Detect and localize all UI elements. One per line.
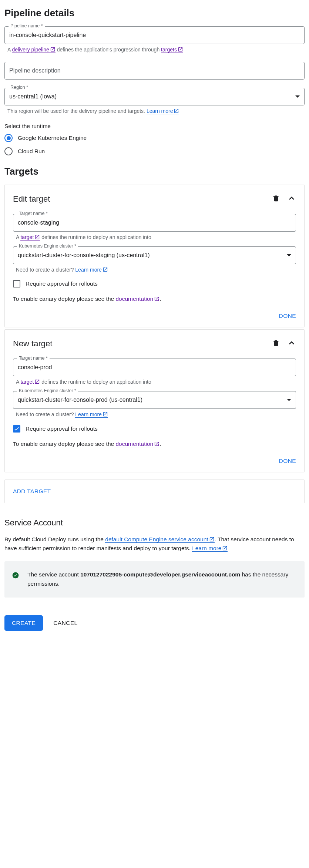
service-account-info-panel: The service account 1070127022905-comput…: [4, 561, 305, 598]
check-circle-icon: [12, 572, 19, 579]
trash-icon: [272, 339, 280, 347]
target-card: New target Target name * A target define…: [4, 329, 305, 472]
service-account-email: 1070127022905-compute@developer.gservice…: [80, 571, 240, 578]
delete-target-button[interactable]: [272, 339, 280, 348]
runtime-option-cloud-run[interactable]: Cloud Run: [4, 147, 305, 155]
check-icon: [14, 426, 20, 432]
targets-link[interactable]: targets: [161, 47, 183, 53]
pipeline-description-field[interactable]: Pipeline description: [4, 62, 305, 80]
chevron-up-icon: [287, 339, 296, 347]
trash-icon: [272, 195, 280, 202]
external-link-icon: [178, 47, 183, 52]
runtime-option-gke[interactable]: Google Kubernetes Engine: [4, 134, 305, 142]
external-link-icon: [103, 411, 108, 417]
collapse-target-button[interactable]: [287, 194, 296, 204]
dropdown-arrow-icon: [287, 399, 291, 401]
target-card: Edit target Target name * A target defin…: [4, 185, 305, 327]
region-learn-more-link[interactable]: Learn more: [147, 108, 179, 114]
cluster-learn-more-link[interactable]: Learn more: [75, 411, 108, 418]
external-link-icon: [103, 267, 108, 272]
delivery-pipeline-link[interactable]: delivery pipeline: [12, 47, 55, 53]
runtime-gke-label: Google Kubernetes Engine: [18, 135, 87, 141]
radio-checked-icon: [4, 134, 13, 142]
canary-text: To enable canary deploy please see the d…: [13, 441, 296, 447]
collapse-target-button[interactable]: [287, 339, 296, 349]
radio-unchecked-icon: [4, 147, 13, 155]
service-account-learn-more-link[interactable]: Learn more: [192, 545, 228, 552]
external-link-icon: [154, 441, 159, 447]
cluster-field[interactable]: Kubernetes Engine cluster * quickstart-c…: [13, 246, 296, 264]
external-link-icon: [222, 545, 228, 551]
target-name-label: Target name *: [17, 356, 50, 361]
target-link[interactable]: target: [20, 234, 40, 240]
canary-text: To enable canary deploy please see the d…: [13, 296, 296, 302]
cluster-label: Kubernetes Engine cluster *: [17, 243, 78, 249]
cluster-value: quickstart-cluster-for-console-prod (us-…: [18, 397, 142, 403]
target-name-input[interactable]: [18, 219, 291, 226]
pipeline-name-field[interactable]: Pipeline name *: [4, 26, 305, 44]
cluster-helper: Need to create a cluster? Learn more: [16, 266, 296, 274]
external-link-icon: [50, 47, 56, 52]
checkbox-unchecked-icon: [13, 280, 20, 287]
target-link[interactable]: target: [20, 379, 40, 385]
pipeline-name-helper: A delivery pipeline defines the applicat…: [7, 46, 305, 54]
target-card-title: New target: [13, 339, 265, 349]
targets-title: Targets: [4, 166, 305, 177]
target-name-input[interactable]: [18, 364, 291, 371]
service-account-title: Service Account: [4, 518, 305, 528]
default-service-account-link[interactable]: default Compute Engine service account: [105, 536, 214, 543]
done-button[interactable]: DONE: [279, 458, 296, 464]
target-card-title: Edit target: [13, 194, 265, 204]
add-target-button[interactable]: ADD TARGET: [13, 488, 51, 494]
external-link-icon: [34, 379, 40, 384]
pipeline-details-title: Pipeline details: [4, 7, 305, 19]
approval-label: Require approval for rollouts: [26, 280, 98, 287]
create-button[interactable]: CREATE: [4, 615, 43, 631]
cluster-helper: Need to create a cluster? Learn more: [16, 411, 296, 418]
add-target-card: ADD TARGET: [4, 480, 305, 503]
dropdown-arrow-icon: [287, 254, 291, 256]
canary-documentation-link[interactable]: documentation: [115, 296, 159, 302]
cluster-field[interactable]: Kubernetes Engine cluster * quickstart-c…: [13, 391, 296, 409]
external-link-icon: [174, 108, 179, 114]
external-link-icon: [154, 296, 159, 302]
target-name-field[interactable]: Target name *: [13, 214, 296, 232]
external-link-icon: [209, 536, 215, 542]
service-account-body: By default Cloud Deploy runs using the d…: [4, 535, 305, 554]
checkbox-checked-icon: [13, 425, 20, 433]
cluster-label: Kubernetes Engine cluster *: [17, 388, 78, 393]
cluster-value: quickstart-cluster-for-console-staging (…: [18, 252, 150, 259]
region-helper: This region will be used for the deliver…: [7, 108, 305, 115]
external-link-icon: [34, 234, 40, 240]
target-name-label: Target name *: [17, 211, 50, 216]
canary-documentation-link[interactable]: documentation: [115, 441, 159, 447]
target-name-helper: A target defines the runtime to deploy a…: [16, 234, 296, 241]
runtime-label: Select the runtime: [4, 123, 305, 129]
pipeline-name-input[interactable]: [9, 32, 300, 38]
chevron-up-icon: [287, 194, 296, 203]
runtime-cloud-run-label: Cloud Run: [18, 148, 45, 155]
done-button[interactable]: DONE: [279, 313, 296, 319]
dropdown-arrow-icon: [295, 95, 300, 98]
region-label: Region *: [9, 85, 30, 90]
approval-label: Require approval for rollouts: [26, 425, 98, 432]
delete-target-button[interactable]: [272, 195, 280, 203]
cluster-learn-more-link[interactable]: Learn more: [75, 267, 108, 273]
cancel-button[interactable]: CANCEL: [53, 620, 77, 626]
pipeline-description-placeholder: Pipeline description: [9, 67, 61, 74]
region-field[interactable]: Region * us-central1 (Iowa): [4, 88, 305, 105]
region-value: us-central1 (Iowa): [9, 93, 57, 100]
target-name-helper: A target defines the runtime to deploy a…: [16, 379, 296, 386]
approval-checkbox-row[interactable]: Require approval for rollouts: [13, 280, 296, 287]
target-name-field[interactable]: Target name *: [13, 359, 296, 376]
approval-checkbox-row[interactable]: Require approval for rollouts: [13, 425, 296, 433]
pipeline-name-label: Pipeline name *: [9, 23, 45, 28]
